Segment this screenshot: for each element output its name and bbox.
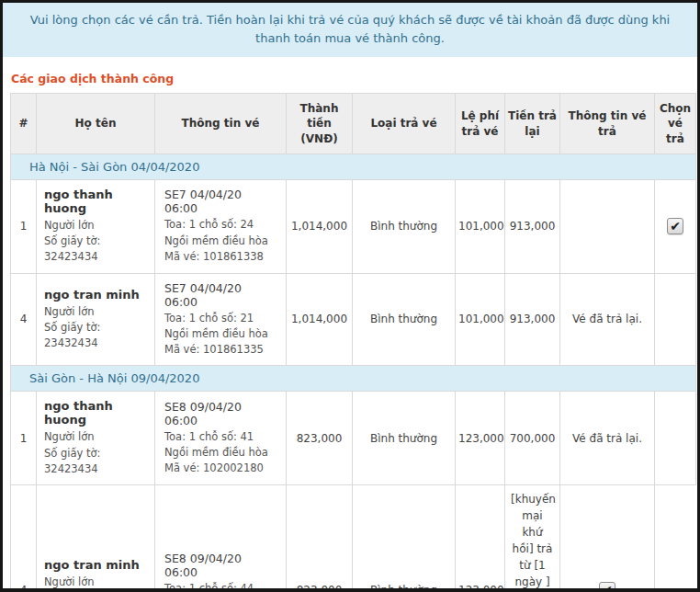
fee-cell: 123,000 (456, 485, 505, 592)
passenger-type: Người lớn (44, 304, 147, 320)
passenger-type: Người lớn (44, 575, 147, 590)
refund-checkbox[interactable]: ✔ (667, 218, 683, 234)
passenger-type: Người lớn (44, 218, 147, 233)
row-index: 4 (11, 273, 37, 366)
passenger-doc: Số giấy tờ: 32423434 (44, 446, 147, 478)
fee-cell: 101,000 (456, 273, 505, 366)
transactions-heading: Các giao dịch thành công (11, 72, 697, 85)
col-header-refund-amount: Tiền trả lại (505, 94, 560, 154)
refund-checkbox[interactable]: ✔ (599, 582, 615, 592)
col-header-index: # (11, 94, 37, 154)
col-header-select: Chọn vé trả (655, 94, 696, 154)
passenger-name: ngo tran minh (44, 288, 147, 302)
seat-class: Ngồi mềm điều hòa (164, 445, 277, 461)
route-title: Hà Nội - Sài Gòn 04/04/2020 (11, 154, 696, 179)
passenger-name: ngo tran minh (44, 558, 147, 572)
ticket-row: 4 ngo tran minh Người lớn Số giấy tờ: 23… (11, 485, 696, 592)
select-cell: ✔ (655, 179, 696, 273)
ticket-row: 1 ngo thanh huong Người lớn Số giấy tờ: … (11, 392, 696, 485)
row-index: 1 (11, 179, 37, 273)
refund-amount-cell: 913,000 (505, 273, 560, 366)
transactions-table: # Họ tên Thông tin vé Thành tiền (VNĐ) L… (10, 93, 696, 592)
select-cell: ✔ (560, 485, 655, 592)
passenger-cell: ngo tran minh Người lớn Số giấy tờ: 2343… (37, 485, 155, 592)
train-datetime: SE8 09/04/20 06:00 (164, 552, 277, 579)
passenger-type: Người lớn (44, 429, 147, 445)
refund-type-cell: Bình thường (353, 179, 456, 273)
refund-note-cell (560, 179, 655, 273)
passenger-cell: ngo thanh huong Người lớn Số giấy tờ: 32… (37, 392, 155, 485)
amount-cell: 1,014,000 (287, 273, 353, 366)
col-header-fee: Lệ phí trả vé (456, 94, 505, 154)
seat-class: Ngồi mềm điều hòa (164, 326, 277, 342)
refund-amount-cell: 700,000 (505, 392, 560, 485)
route-title: Sài Gòn - Hà Nội 09/04/2020 (11, 366, 696, 392)
col-header-name: Họ tên (37, 94, 155, 154)
seat-class: Ngồi mềm điều hòa (164, 233, 277, 249)
coach-seat: Toa: 1 chỗ số: 21 (164, 311, 277, 326)
ticket-info-cell: SE8 09/04/20 06:00 Toa: 1 chỗ số: 41 Ngồ… (155, 392, 287, 485)
ticket-info-cell: SE8 09/04/20 06:00 Toa: 1 chỗ số: 44 Ngồ… (155, 485, 287, 592)
train-datetime: SE8 09/04/20 06:00 (164, 400, 277, 427)
ticket-row: 4 ngo tran minh Người lớn Số giấy tờ: 23… (11, 273, 696, 366)
ticket-code: Mã vé: 101861338 (164, 249, 277, 265)
row-index: 4 (11, 485, 37, 592)
amount-cell: 1,014,000 (287, 179, 353, 273)
passenger-cell: ngo tran minh Người lớn Số giấy tờ: 2343… (37, 273, 155, 366)
col-header-amount: Thành tiền (VNĐ) (287, 94, 353, 154)
refund-note-cell: Vé đã trả lại. (560, 392, 655, 485)
passenger-cell: ngo thanh huong Người lớn Số giấy tờ: 32… (37, 179, 155, 273)
select-cell (655, 273, 696, 366)
row-index: 1 (11, 392, 37, 485)
train-datetime: SE7 04/04/20 06:00 (164, 188, 277, 215)
coach-seat: Toa: 1 chỗ số: 24 (164, 217, 277, 233)
passenger-name: ngo thanh huong (44, 188, 147, 215)
fee-cell: 101,000 (456, 179, 505, 273)
route-section-row: Sài Gòn - Hà Nội 09/04/2020 (11, 366, 696, 392)
col-header-refund-type: Loại trả vé (353, 94, 456, 154)
amount-cell: 823,000 (287, 392, 353, 485)
refund-type-cell: Bình thường (353, 392, 456, 485)
ticket-info-cell: SE7 04/04/20 06:00 Toa: 1 chỗ số: 24 Ngồ… (155, 179, 287, 273)
page: Vui lòng chọn các vé cần trả. Tiền hoàn … (0, 0, 700, 592)
coach-seat: Toa: 1 chỗ số: 41 (164, 429, 277, 445)
coach-seat: Toa: 1 chỗ số: 44 (164, 581, 277, 592)
refund-note-cell: [khuyến mại khứ hồi] trả từ [1 ngày ] đế… (505, 485, 560, 592)
table-header-row: # Họ tên Thông tin vé Thành tiền (VNĐ) L… (11, 94, 696, 154)
fee-cell: 123,000 (456, 392, 505, 485)
refund-type-cell: Bình thường (353, 273, 456, 366)
ticket-code: Mã vé: 102002180 (164, 461, 277, 476)
select-cell (655, 392, 696, 485)
ticket-info-cell: SE7 04/04/20 06:00 Toa: 1 chỗ số: 21 Ngồ… (155, 273, 287, 366)
passenger-doc: Số giấy tờ: 32423434 (44, 233, 147, 266)
refund-type-cell: Bình thường (353, 485, 456, 592)
refund-note-cell: Vé đã trả lại. (560, 273, 655, 366)
passenger-name: ngo thanh huong (44, 399, 147, 427)
info-banner: Vui lòng chọn các vé cần trả. Tiền hoàn … (3, 3, 697, 57)
passenger-doc: Số giấy tờ: 23432434 (44, 320, 147, 352)
col-header-refund-note: Thông tin vé trả (560, 94, 655, 154)
ticket-row: 1 ngo thanh huong Người lớn Số giấy tờ: … (11, 179, 696, 273)
col-header-ticket-info: Thông tin vé (155, 94, 287, 154)
route-section-row: Hà Nội - Sài Gòn 04/04/2020 (11, 154, 696, 179)
train-datetime: SE7 04/04/20 06:00 (164, 281, 277, 309)
refund-amount-cell: 913,000 (505, 179, 560, 273)
amount-cell: 823,000 (287, 485, 353, 592)
ticket-code: Mã vé: 101861335 (164, 342, 277, 358)
